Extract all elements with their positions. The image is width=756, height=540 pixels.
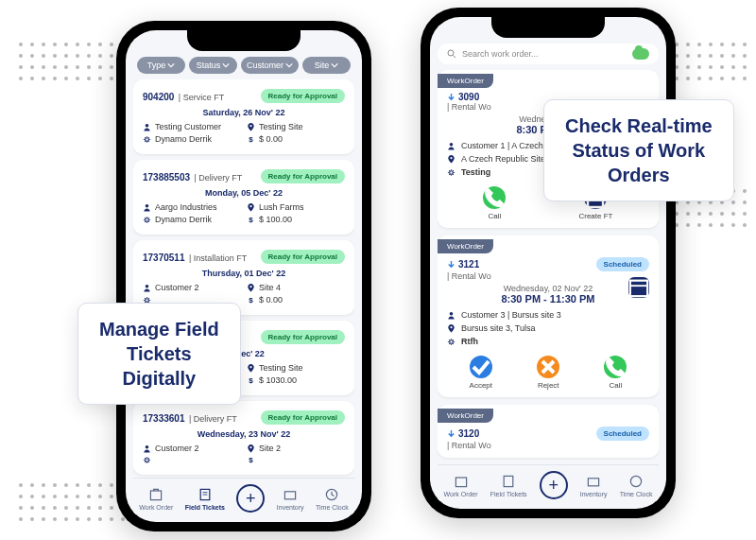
svg-point-4: [146, 203, 149, 207]
svg-point-36: [450, 311, 454, 315]
user: Dynamo Derrik: [143, 134, 241, 144]
site: Lush Farms: [247, 202, 345, 212]
svg-rect-39: [455, 478, 466, 487]
svg-point-42: [630, 476, 641, 486]
svg-point-28: [450, 142, 454, 146]
filter-type[interactable]: Type: [137, 57, 185, 74]
phone-left: Type Status Customer Site 904200 | Servi…: [116, 21, 371, 531]
site: Testing Site: [247, 122, 345, 131]
amount: $$ 0.00: [247, 134, 345, 144]
dots-decor: [19, 483, 125, 521]
site: Testing Site: [247, 363, 345, 373]
site: Bursus site 3, Tulsa: [438, 322, 659, 335]
customer: Customer 2: [143, 283, 241, 292]
note: Rtfh: [438, 335, 659, 348]
ticket-id: 17370511: [143, 253, 185, 263]
workorder-subtype: | Rental Wo: [438, 441, 659, 450]
amount: $$ 0.00: [247, 295, 345, 305]
calendar-icon[interactable]: [628, 277, 649, 298]
nav-workorder[interactable]: Work Order: [444, 474, 478, 497]
ticket-card[interactable]: 17333601 | Delivery FTReady for Approval…: [133, 401, 354, 475]
phone-right: Search work order... WorkOrder 3090 | Re…: [421, 8, 676, 518]
callout-right: Check Real-time Status of Work Orders: [543, 99, 734, 201]
cloud-icon: [632, 48, 649, 60]
workorder-id: 3090: [447, 92, 479, 102]
customer: Customer 2: [143, 444, 241, 453]
nav-inventory[interactable]: Inventory: [580, 474, 608, 497]
workorder-card[interactable]: WorkOrder 3121Scheduled | Rental Wo Wedn…: [438, 235, 659, 397]
customer: Testing Customer: [143, 122, 241, 131]
svg-point-1: [249, 125, 251, 127]
status-badge: Scheduled: [596, 427, 649, 441]
svg-point-6: [146, 218, 149, 221]
filter-row: Type Status Customer Site: [133, 57, 354, 74]
customer: Aargo Industries: [143, 202, 241, 212]
svg-point-26: [448, 50, 454, 56]
workorder-card[interactable]: WorkOrder 3120Scheduled | Rental Wo: [438, 405, 659, 458]
notch: [491, 17, 605, 38]
nav-inventory[interactable]: Inventory: [277, 487, 304, 511]
workorder-tag: WorkOrder: [438, 74, 493, 88]
filter-customer[interactable]: Customer: [241, 57, 299, 74]
svg-point-17: [249, 446, 251, 448]
nav-fieldtickets[interactable]: Field Tickets: [490, 474, 527, 497]
svg-point-2: [146, 137, 149, 141]
status-badge: Ready for Approval: [261, 169, 346, 183]
svg-point-18: [146, 459, 149, 462]
workorder-subtype: | Rental Wo: [438, 271, 659, 281]
ticket-date: Saturday, 26 Nov' 22: [143, 108, 345, 117]
status-badge: Ready for Approval: [261, 410, 346, 425]
amount: $$ 100.00: [247, 215, 345, 224]
status-badge: Ready for Approval: [261, 330, 346, 344]
svg-text:$: $: [249, 456, 253, 464]
callout-text: Check Real-time Status of Work Orders: [565, 113, 713, 187]
customer: Customer 3 | Bursus site 3: [438, 308, 659, 322]
nav-add[interactable]: +: [236, 484, 265, 513]
bottom-nav: Work Order Field Tickets + Inventory Tim…: [438, 464, 659, 501]
svg-point-10: [146, 298, 149, 302]
status-badge: Ready for Approval: [261, 89, 346, 103]
svg-point-29: [450, 157, 452, 159]
svg-point-0: [146, 123, 149, 127]
ticket-date: Monday, 05 Dec' 22: [143, 188, 345, 198]
ticket-card[interactable]: 904200 | Service FTReady for Approval Sa…: [133, 79, 354, 154]
site: Site 2: [247, 444, 345, 453]
filter-site[interactable]: Site: [302, 57, 351, 74]
svg-text:$: $: [249, 135, 253, 144]
nav-add[interactable]: +: [540, 471, 568, 499]
ticket-card[interactable]: 173885503 | Delivery FTReady for Approva…: [133, 160, 354, 235]
workorder-tag: WorkOrder: [438, 409, 493, 423]
ticket-date: Thursday, 01 Dec' 22: [143, 269, 345, 278]
nav-fieldtickets[interactable]: Field Tickets: [185, 487, 225, 511]
call-button[interactable]: Call: [604, 356, 627, 390]
workorder-id: 3120: [447, 428, 479, 439]
search-placeholder: Search work order...: [462, 49, 539, 59]
svg-point-5: [249, 205, 251, 207]
svg-rect-41: [589, 478, 599, 485]
svg-point-16: [146, 444, 149, 448]
nav-workorder[interactable]: Work Order: [139, 487, 173, 511]
site: Site 4: [247, 283, 345, 292]
workorder-time: 8:30 PM - 11:30 PM: [438, 293, 659, 308]
callout-left: Manage Field Tickets Digitally: [77, 303, 241, 405]
ticket-list: 904200 | Service FTReady for Approval Sa…: [133, 79, 354, 478]
workorder-tag: WorkOrder: [438, 239, 493, 253]
status-badge: Scheduled: [596, 257, 649, 271]
ticket-date: Wednesday, 23 Nov' 22: [143, 429, 345, 439]
call-button[interactable]: Call: [483, 186, 506, 220]
search-input[interactable]: Search work order...: [438, 44, 659, 64]
nav-timeclock[interactable]: Time Clock: [316, 487, 349, 511]
svg-point-30: [450, 170, 454, 174]
svg-rect-20: [151, 491, 162, 500]
reject-button[interactable]: Reject: [537, 356, 559, 390]
amount: $: [247, 456, 345, 464]
user: Dynamo Derrik: [143, 215, 241, 224]
accept-button[interactable]: Accept: [470, 356, 492, 390]
nav-timeclock[interactable]: Time Clock: [620, 474, 653, 497]
svg-text:$: $: [249, 216, 253, 224]
dots-decor: [19, 43, 125, 80]
notch: [187, 30, 301, 51]
user: [143, 456, 241, 464]
filter-status[interactable]: Status: [189, 57, 237, 74]
workorder-date: Wednesday, 02 Nov' 22: [438, 281, 659, 293]
